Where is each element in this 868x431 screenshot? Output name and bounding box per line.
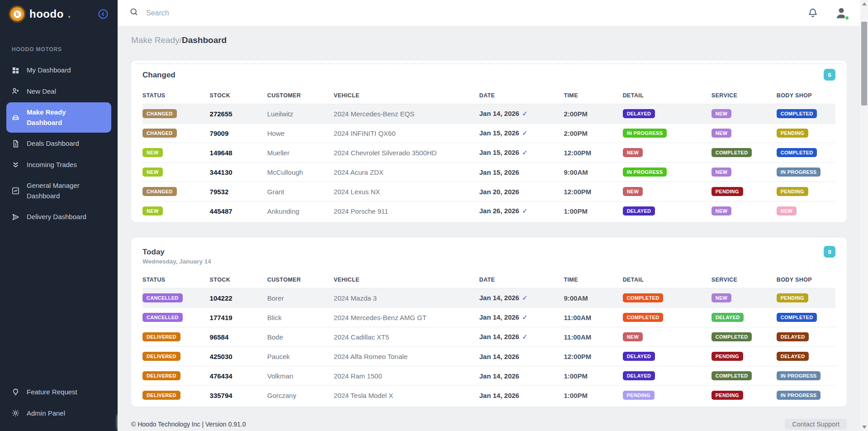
date-cell: Jan 14, 2026	[479, 366, 564, 386]
sidebar-item-make-ready-dashboard[interactable]: Make Ready Dashboard	[6, 102, 111, 133]
date-cell: Jan 15, 2026✓	[479, 143, 564, 163]
sidebar-item-incoming-trades[interactable]: Incoming Trades	[0, 155, 111, 175]
table-row[interactable]: NEW445487Ankunding2024 Porsche 911Jan 26…	[142, 201, 835, 221]
table-row[interactable]: CHANGED272655Lueilwitz2024 Mercedes-Benz…	[142, 104, 835, 124]
time-cell: 11:00AM	[564, 327, 622, 347]
table-row[interactable]: CHANGED79532Grant2024 Lexus NXJan 20, 20…	[142, 182, 835, 201]
sidebar-item-delivery-dashboard[interactable]: Delivery Dashboard	[0, 207, 111, 227]
column-header-status: STATUS	[142, 87, 210, 104]
check-icon: ✓	[522, 148, 528, 156]
customer-cell: Paucek	[267, 347, 334, 366]
table-row[interactable]: NEW344130McCullough2024 Acura ZDXJan 15,…	[142, 163, 835, 182]
table-row[interactable]: NEW149648Mueller2024 Chevrolet Silverado…	[142, 143, 835, 163]
detail-badge: NEW	[623, 187, 643, 196]
app-logo[interactable]: b hoodo.	[9, 6, 71, 22]
sidebar-item-deals-dashboard[interactable]: Deals Dashboard	[0, 134, 111, 154]
status-badge: DELIVERED	[142, 332, 180, 341]
bodyshop-badge: IN PROGRESS	[777, 371, 821, 380]
date-cell: Jan 14, 2026✓	[479, 327, 564, 347]
time-cell: 1:00PM	[564, 386, 622, 405]
customer-cell: Gorczany	[267, 386, 334, 405]
service-badge: PENDING	[711, 187, 743, 196]
section-count-badge: 6	[824, 69, 835, 81]
bodyshop-badge: COMPLETED	[777, 313, 817, 322]
service-badge: NEW	[711, 109, 732, 118]
column-header-stock: STOCK	[210, 271, 267, 288]
check-icon: ✓	[522, 207, 528, 215]
chart-icon	[11, 187, 20, 196]
stock-cell: 96584	[210, 327, 267, 347]
service-badge: COMPLETED	[711, 332, 752, 341]
sidebar: b hoodo. HOODO MOTORS My DashboardNew De…	[0, 0, 118, 431]
table-row[interactable]: DELIVERED476434Volkman2024 Ram 1500Jan 1…	[142, 366, 835, 386]
sidebar-item-label: Deals Dashboard	[27, 139, 79, 149]
sidebar-item-new-deal[interactable]: New Deal	[0, 81, 111, 102]
column-header-body-shop: BODY SHOP	[777, 271, 835, 288]
scrollbar-down-arrow[interactable]	[860, 423, 868, 431]
section-count-badge: 9	[824, 246, 835, 258]
table-row[interactable]: DELIVERED335794Gorczany2024 Tesla Model …	[142, 386, 835, 405]
contact-support-button[interactable]: Contact Support	[785, 419, 847, 430]
scrollbar-up-arrow[interactable]	[860, 0, 868, 8]
column-header-customer: CUSTOMER	[267, 87, 334, 104]
scrollbar-thumb[interactable]	[861, 22, 867, 105]
sidebar-item-general-manager-dashboard[interactable]: General Manager Dashboard	[0, 176, 111, 206]
column-header-date: DATE	[479, 87, 564, 104]
sidebar-item-feature-request[interactable]: Feature Request	[0, 382, 111, 402]
table-row[interactable]: CANCELLED104222Borer2024 Mazda 3Jan 14, …	[142, 288, 835, 308]
check-icon: ✓	[522, 313, 528, 321]
bodyshop-badge: DELAYED	[777, 352, 809, 361]
table-row[interactable]: CANCELLED177419Blick2024 Mercedes-Benz A…	[142, 308, 835, 327]
stock-cell: 445487	[210, 201, 267, 221]
sidebar-item-label: Delivery Dashboard	[27, 212, 86, 222]
send-icon	[11, 212, 20, 221]
date-cell: Jan 15, 2026✓	[479, 124, 564, 143]
time-cell: 2:00PM	[564, 104, 622, 124]
bodyshop-badge: IN PROGRESS	[777, 391, 821, 400]
detail-badge: DELAYED	[623, 371, 655, 380]
section-title: Changed	[142, 68, 175, 80]
sidebar-item-admin-panel[interactable]: Admin Panel	[0, 403, 111, 424]
copyright-text: © Hoodo Technology Inc | Version 0.91.0	[131, 421, 246, 428]
vehicle-cell: 2024 Porsche 911	[334, 201, 479, 221]
breadcrumb-section[interactable]: Make Ready/	[131, 35, 182, 45]
search-icon	[129, 7, 139, 19]
customer-cell: Ankunding	[267, 201, 334, 221]
document-icon	[11, 139, 20, 148]
column-header-detail: DETAIL	[623, 87, 711, 104]
detail-badge: COMPLETED	[623, 313, 664, 322]
service-badge: COMPLETED	[711, 148, 752, 157]
vehicle-cell: 2024 Lexus NX	[334, 182, 479, 201]
vehicle-cell: 2024 INFINITI QX60	[334, 124, 479, 143]
time-cell: 2:00PM	[564, 124, 622, 143]
service-badge: DELAYED	[711, 313, 744, 322]
today-section-card: TodayWednesday, January 149STATUSSTOCKCU…	[131, 238, 847, 407]
search-input[interactable]	[146, 9, 336, 17]
user-menu-button[interactable]	[834, 6, 849, 20]
vertical-scrollbar[interactable]	[860, 0, 868, 431]
column-header-vehicle: VEHICLE	[334, 87, 479, 104]
table-row[interactable]: DELIVERED96584Bode2024 Cadillac XT5Jan 1…	[142, 327, 835, 347]
stock-cell: 149648	[210, 143, 267, 163]
table-row[interactable]: DELIVERED425030Paucek2024 Alfa Romeo Ton…	[142, 347, 835, 366]
status-badge: CANCELLED	[142, 293, 183, 302]
user-plus-icon	[11, 87, 20, 96]
sidebar-collapse-button[interactable]	[98, 9, 109, 19]
service-badge: NEW	[711, 206, 732, 216]
online-status-dot	[844, 15, 849, 20]
detail-badge: DELAYED	[623, 206, 655, 216]
stock-cell: 79009	[210, 124, 267, 143]
time-cell: 12:00PM	[564, 347, 622, 366]
stock-cell: 344130	[210, 163, 267, 182]
sidebar-item-my-dashboard[interactable]: My Dashboard	[0, 60, 111, 81]
column-header-service: SERVICE	[711, 87, 777, 104]
sidebar-item-label: Feature Request	[27, 387, 77, 397]
column-header-customer: CUSTOMER	[267, 271, 334, 288]
notifications-button[interactable]	[807, 7, 819, 19]
table-row[interactable]: CHANGED79009Howe2024 INFINITI QX60Jan 15…	[142, 124, 835, 143]
main-content: Make Ready/Dashboard Changed6STATUSSTOCK…	[118, 26, 860, 431]
service-badge: PENDING	[711, 352, 743, 361]
status-badge: DELIVERED	[142, 391, 180, 400]
topbar	[118, 0, 860, 26]
bodyshop-badge: PENDING	[777, 129, 808, 138]
